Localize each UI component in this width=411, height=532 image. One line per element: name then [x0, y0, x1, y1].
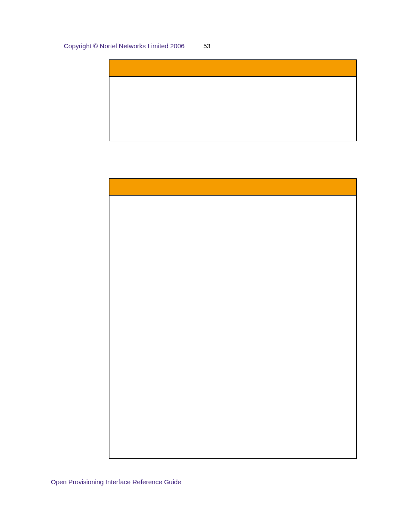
header-copyright: Copyright © Nortel Networks Limited 2006: [64, 42, 184, 50]
content-box-1-header: [109, 60, 356, 77]
content-box-2: [109, 178, 357, 459]
page: Copyright © Nortel Networks Limited 2006…: [0, 0, 411, 532]
footer-title: Open Provisioning Interface Reference Gu…: [51, 478, 181, 485]
header-page-number: 53: [203, 42, 211, 50]
content-box-2-header: [109, 179, 356, 196]
content-box-1: [109, 59, 357, 141]
